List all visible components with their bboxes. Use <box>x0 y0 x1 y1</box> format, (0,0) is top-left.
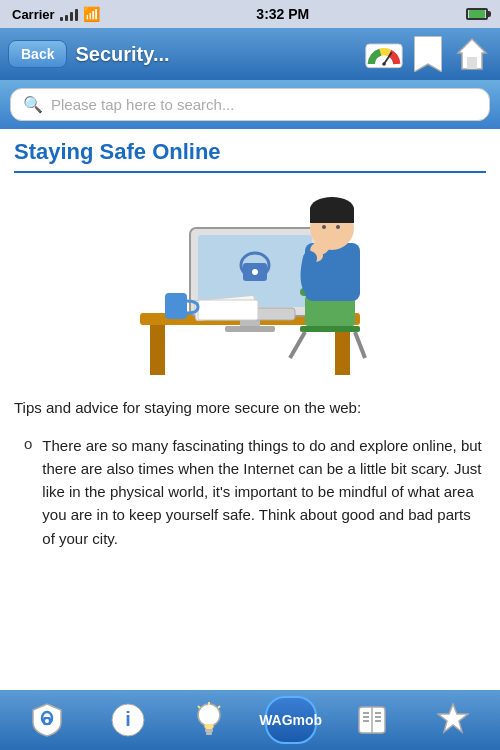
speedometer-icon <box>364 35 404 73</box>
nav-icons <box>364 34 492 74</box>
status-carrier: Carrier 📶 <box>12 6 100 22</box>
svg-rect-8 <box>335 325 350 375</box>
back-button[interactable]: Back <box>8 40 67 68</box>
badge-toolbar-button[interactable] <box>427 696 479 744</box>
svg-point-13 <box>252 269 258 275</box>
svg-rect-19 <box>165 293 187 319</box>
svg-text:i: i <box>125 708 131 730</box>
svg-point-35 <box>45 719 49 723</box>
svg-point-38 <box>198 704 220 726</box>
status-time: 3:32 PM <box>256 6 309 22</box>
shield-toolbar-icon <box>31 702 63 738</box>
computer-illustration <box>110 183 390 383</box>
search-input-wrapper[interactable]: 🔍 Please tap here to search... <box>10 88 490 121</box>
bullet-text-1: There are so many fascinating things to … <box>42 434 486 550</box>
bulb-toolbar-icon <box>194 702 224 738</box>
bulb-toolbar-button[interactable] <box>183 696 235 744</box>
svg-marker-52 <box>438 704 468 732</box>
carrier-text: Carrier <box>12 7 55 22</box>
illustration-area <box>14 183 486 383</box>
nav-title: Security... <box>75 43 356 66</box>
main-content: Staying Safe Online <box>0 129 500 690</box>
svg-rect-39 <box>205 729 213 732</box>
svg-rect-18 <box>198 300 258 320</box>
svg-point-30 <box>336 225 340 229</box>
book-toolbar-button[interactable] <box>346 696 398 744</box>
nav-bar: Back Security... <box>0 28 500 80</box>
bullet-section: o There are so many fascinating things t… <box>14 434 486 550</box>
svg-rect-7 <box>150 325 165 375</box>
search-placeholder-text: Please tap here to search... <box>51 96 234 113</box>
svg-rect-5 <box>467 57 477 69</box>
battery-icon <box>466 8 488 20</box>
bottom-toolbar: i WAGmob <box>0 690 500 750</box>
svg-rect-22 <box>300 326 360 332</box>
svg-point-2 <box>382 62 386 66</box>
svg-rect-28 <box>310 208 354 223</box>
bookmark-icon <box>414 36 442 72</box>
svg-marker-3 <box>414 36 442 72</box>
wifi-icon: 📶 <box>83 6 100 22</box>
badge-toolbar-icon <box>437 702 469 738</box>
home-icon <box>456 37 488 71</box>
svg-line-24 <box>355 332 365 358</box>
book-toolbar-icon <box>355 703 389 737</box>
bookmark-button[interactable] <box>408 34 448 74</box>
shield-toolbar-button[interactable] <box>21 696 73 744</box>
bullet-marker-1: o <box>24 435 32 550</box>
status-battery <box>466 8 488 20</box>
svg-line-43 <box>198 706 200 708</box>
search-icon: 🔍 <box>23 95 43 114</box>
search-bar: 🔍 Please tap here to search... <box>0 80 500 129</box>
bullet-item-1: o There are so many fascinating things t… <box>24 434 486 550</box>
wagmob-button[interactable]: WAGmob <box>265 696 317 744</box>
home-button[interactable] <box>452 34 492 74</box>
info-toolbar-button[interactable]: i <box>102 696 154 744</box>
status-bar: Carrier 📶 3:32 PM <box>0 0 500 28</box>
page-title: Staying Safe Online <box>14 139 486 173</box>
svg-rect-15 <box>225 326 275 332</box>
speedometer-button[interactable] <box>364 34 404 74</box>
svg-rect-40 <box>206 732 212 735</box>
svg-line-42 <box>218 706 220 708</box>
info-toolbar-icon: i <box>111 703 145 737</box>
svg-line-23 <box>290 332 305 358</box>
signal-bars <box>60 7 78 21</box>
svg-point-29 <box>322 225 326 229</box>
wagmob-label: WAGmob <box>259 712 322 728</box>
intro-text: Tips and advice for staying more secure … <box>14 397 486 420</box>
